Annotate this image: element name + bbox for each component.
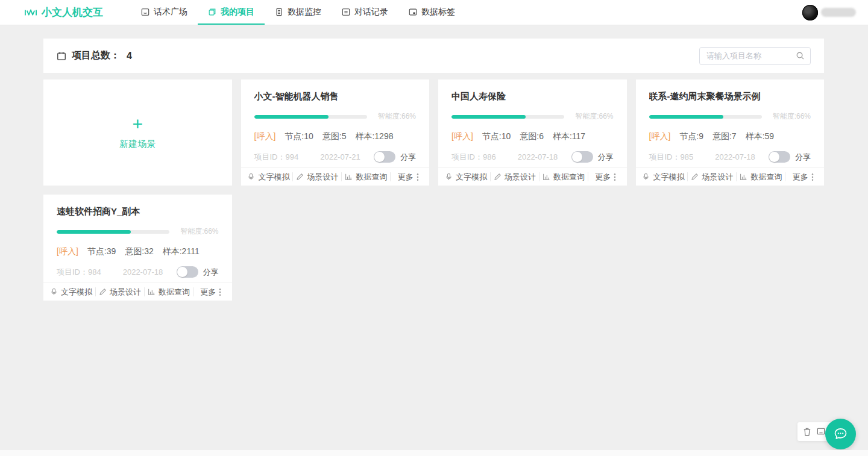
search-input[interactable]: [706, 51, 796, 60]
intents-stat: 意图:32: [125, 246, 153, 257]
project-id: 994: [286, 152, 299, 161]
text-simulation-button[interactable]: 文字模拟: [640, 172, 688, 181]
plaza-icon: [141, 8, 149, 16]
nodes-stat: 节点:39: [87, 246, 116, 257]
tab-label: 话术广场: [154, 7, 187, 17]
project-title: 小文-智能机器人销售: [254, 91, 417, 102]
data-query-button[interactable]: 数据查询: [539, 172, 588, 181]
project-date: 2022-07-18: [123, 267, 163, 276]
projects-icon: [208, 8, 216, 16]
data-query-button[interactable]: 数据查询: [736, 172, 785, 181]
share-label: 分享: [598, 152, 614, 163]
share-label: 分享: [400, 152, 416, 163]
new-scene-label: 新建场景: [119, 139, 156, 150]
intelligence-label: 智能度:66%: [378, 111, 416, 122]
scene-design-button[interactable]: 场景设计: [95, 287, 144, 296]
intelligence-label: 智能度:66%: [180, 226, 218, 237]
project-date: 2022-07-18: [518, 152, 558, 161]
samples-stat: 样本:2111: [163, 246, 200, 257]
card-footer: 文字模拟 场景设计 数据查询 更多: [43, 283, 232, 301]
search-icon[interactable]: [796, 51, 805, 60]
customer-service-chat-button[interactable]: [825, 419, 856, 449]
more-button[interactable]: 更多: [785, 172, 820, 181]
share-toggle[interactable]: [177, 266, 198, 278]
project-id: 984: [88, 267, 101, 276]
data-query-button[interactable]: 数据查询: [341, 172, 390, 181]
chat-bubble-icon: [832, 426, 849, 442]
project-date: 2022-07-18: [715, 152, 755, 161]
project-card: 速蛙软件招商Y_副本 智能度:66% [呼入] 节点:39 意图:32 样本:2…: [43, 195, 232, 301]
intelligence-progress: [451, 115, 564, 119]
call-direction-tag: [呼入]: [451, 131, 473, 142]
samples-stat: 样本:117: [553, 131, 585, 142]
trash-icon[interactable]: [803, 427, 811, 436]
tab-data-monitor[interactable]: 数据监控: [265, 0, 332, 25]
more-dots-icon: [219, 288, 221, 296]
call-direction-tag: [呼入]: [254, 131, 276, 142]
logo-text: 小文人机交互: [42, 5, 103, 19]
logo-icon: [24, 7, 37, 19]
project-card: 联系-邀约周末聚餐场景示例 智能度:66% [呼入] 节点:9 意图:7 样本:…: [636, 80, 825, 186]
mini-screen-icon[interactable]: [817, 428, 825, 436]
card-footer: 文字模拟 场景设计 数据查询 更多: [241, 167, 430, 186]
intelligence-progress: [254, 115, 367, 119]
app-logo[interactable]: 小文人机交互: [24, 0, 103, 25]
intelligence-label: 智能度:66%: [773, 111, 811, 122]
text-simulation-button[interactable]: 文字模拟: [245, 172, 293, 181]
monitor-icon: [275, 8, 283, 16]
data-query-button[interactable]: 数据查询: [144, 287, 193, 296]
intelligence-progress: [57, 230, 169, 234]
card-footer: 文字模拟 场景设计 数据查询 更多: [636, 167, 825, 186]
project-card: 中国人寿保险 智能度:66% [呼入] 节点:10 意图:6 样本:117 项目…: [438, 80, 627, 186]
share-toggle[interactable]: [571, 151, 593, 163]
project-card: 小文-智能机器人销售 智能度:66% [呼入] 节点:10 意图:5 样本:12…: [241, 80, 430, 186]
project-total-count: 4: [127, 51, 132, 61]
tab-label: 数据监控: [288, 7, 321, 17]
main-content: 项目总数：4 + 新建场景 小文-智能机器人销售: [0, 25, 868, 301]
scene-design-button[interactable]: 场景设计: [687, 172, 736, 181]
intents-stat: 意图:7: [712, 131, 737, 142]
project-total-label: 项目总数：: [72, 49, 120, 62]
project-title: 联系-邀约周末聚餐场景示例: [649, 91, 811, 102]
more-button[interactable]: 更多: [390, 172, 426, 181]
tab-huashu-plaza[interactable]: 话术广场: [131, 0, 198, 25]
plus-icon: +: [132, 115, 143, 133]
user-menu[interactable]: [802, 0, 856, 25]
top-nav: 小文人机交互 话术广场 我的项目 数据监控: [0, 0, 868, 25]
new-scene-card[interactable]: + 新建场景: [43, 80, 232, 186]
tab-my-projects[interactable]: 我的项目: [198, 0, 265, 25]
project-id-label: 项目ID：: [649, 152, 681, 163]
project-title: 速蛙软件招商Y_副本: [57, 206, 219, 217]
intelligence-progress: [649, 115, 762, 119]
more-button[interactable]: 更多: [193, 287, 228, 296]
tab-data-tags[interactable]: 数据标签: [398, 0, 465, 25]
project-id-label: 项目ID：: [57, 267, 88, 278]
avatar[interactable]: [802, 5, 818, 20]
scene-design-button[interactable]: 场景设计: [292, 172, 341, 181]
username-redacted: [821, 8, 856, 17]
project-id: 986: [483, 152, 496, 161]
project-id: 985: [681, 152, 694, 161]
text-simulation-button[interactable]: 文字模拟: [442, 172, 490, 181]
scene-design-button[interactable]: 场景设计: [490, 172, 539, 181]
text-simulation-button[interactable]: 文字模拟: [47, 287, 95, 296]
nodes-stat: 节点:10: [482, 131, 511, 142]
share-toggle[interactable]: [374, 151, 395, 163]
more-dots-icon: [811, 173, 814, 181]
intents-stat: 意图:5: [322, 131, 347, 142]
project-title: 中国人寿保险: [451, 91, 614, 102]
nodes-stat: 节点:9: [679, 131, 703, 142]
records-icon: [342, 8, 350, 16]
bottom-strip: [0, 450, 868, 456]
tab-label: 数据标签: [421, 7, 455, 17]
samples-stat: 样本:1298: [355, 131, 393, 142]
nodes-stat: 节点:10: [285, 131, 313, 142]
more-button[interactable]: 更多: [588, 172, 623, 181]
share-toggle[interactable]: [769, 151, 790, 163]
call-direction-tag: [呼入]: [649, 131, 671, 142]
tab-dialog-records[interactable]: 对话记录: [332, 0, 398, 25]
project-total: 项目总数：4: [57, 49, 132, 62]
project-search: [699, 47, 811, 65]
card-footer: 文字模拟 场景设计 数据查询 更多: [438, 167, 627, 186]
call-direction-tag: [呼入]: [57, 246, 78, 257]
